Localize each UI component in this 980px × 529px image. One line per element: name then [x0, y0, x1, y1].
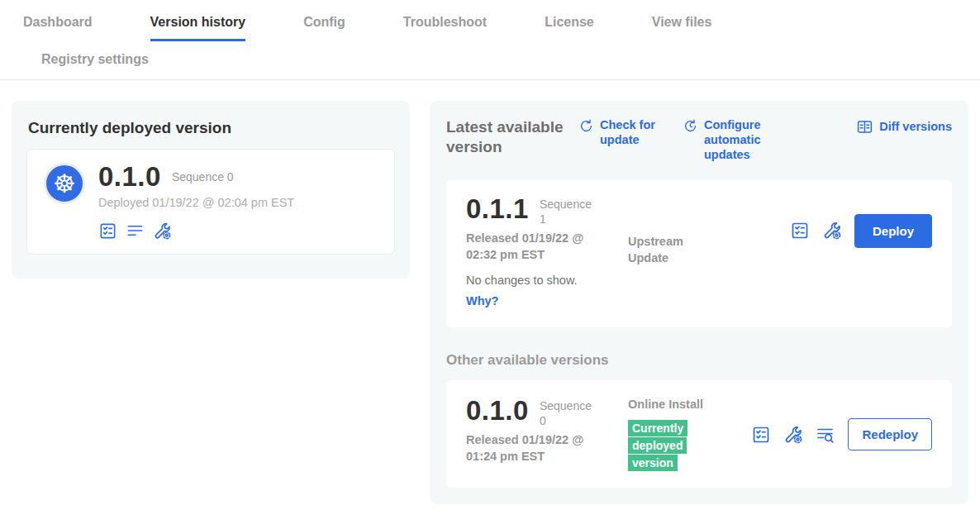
deployed-panel: Currently deployed version ☸ 0.1.0 Seque…: [12, 101, 410, 279]
deployed-version-card: ☸ 0.1.0 Sequence 0 Deployed 01/19/22 @ 0…: [26, 149, 395, 255]
available-panel-title: Latest available version: [446, 117, 572, 157]
config-icon[interactable]: [783, 425, 803, 445]
tab-version-history[interactable]: Version history: [150, 15, 246, 41]
latest-version-number: 0.1.1: [466, 195, 529, 224]
config-icon[interactable]: [153, 222, 172, 241]
latest-version-card: 0.1.1 Sequence 1 Released 01/19/22 @ 02:…: [446, 180, 952, 327]
currently-deployed-badge: Currently deployed version: [628, 420, 687, 472]
tab-view-files[interactable]: View files: [652, 15, 712, 41]
tab-troubleshoot[interactable]: Troubleshoot: [403, 15, 487, 41]
no-changes-text: No changes to show.: [466, 274, 932, 287]
deployed-card-body: 0.1.0 Sequence 0 Deployed 01/19/22 @ 02:…: [98, 163, 294, 241]
latest-card-actions: Deploy: [790, 214, 932, 248]
kubernetes-icon: ☸: [44, 163, 85, 204]
diff-versions-label: Diff versions: [879, 119, 952, 134]
check-for-update-label: Check for update: [600, 117, 661, 147]
deployed-timestamp: Deployed 01/19/22 @ 02:04 pm EST: [98, 196, 294, 209]
other-version-sequence: Sequence 0: [540, 399, 594, 428]
available-panel-header: Latest available version Check for updat…: [446, 117, 952, 162]
tab-registry-settings[interactable]: Registry settings: [41, 52, 980, 67]
latest-version-source: Upstream Update: [628, 195, 721, 266]
other-version-source-block: Online Install Currently deployed versio…: [628, 397, 721, 472]
deploy-button[interactable]: Deploy: [854, 214, 932, 248]
other-version-block: 0.1.0 Sequence 0 Released 01/19/22 @ 01:…: [466, 397, 628, 472]
view-files-icon[interactable]: [126, 222, 145, 241]
diff-versions-link[interactable]: Diff versions: [856, 117, 952, 136]
redeploy-button[interactable]: Redeploy: [848, 418, 932, 450]
available-panel: Latest available version Check for updat…: [430, 101, 968, 504]
auto-update-clock-icon: [683, 118, 698, 134]
diff-icon: [856, 118, 873, 136]
why-link[interactable]: Why?: [466, 294, 498, 307]
tab-license[interactable]: License: [545, 15, 594, 41]
deployed-version-number: 0.1.0: [98, 163, 161, 192]
release-notes-icon[interactable]: [98, 222, 117, 241]
other-version-card: 0.1.0 Sequence 0 Released 01/19/22 @ 01:…: [446, 380, 952, 488]
primary-tabs: Dashboard Version history Config Trouble…: [0, 0, 980, 41]
latest-version-block: 0.1.1 Sequence 1 Released 01/19/22 @ 02:…: [466, 195, 628, 266]
deployed-panel-title: Currently deployed version: [28, 119, 395, 137]
other-version-number: 0.1.0: [466, 397, 529, 426]
check-for-update-link[interactable]: Check for update: [578, 117, 661, 147]
currently-deployed-badge-label: Currently deployed version: [628, 420, 687, 471]
deployed-version-sequence: Sequence 0: [172, 170, 234, 183]
latest-released-timestamp: Released 01/19/22 @ 02:32 pm EST: [466, 231, 611, 263]
other-versions-heading: Other available versions: [446, 352, 952, 369]
configure-auto-updates-link[interactable]: Configure automatic updates: [683, 117, 810, 162]
release-notes-icon[interactable]: [751, 425, 771, 445]
tab-config[interactable]: Config: [303, 15, 345, 41]
config-icon[interactable]: [822, 221, 842, 241]
tab-dashboard[interactable]: Dashboard: [23, 15, 93, 41]
latest-version-sequence: Sequence 1: [540, 198, 594, 226]
configure-auto-updates-label: Configure automatic updates: [704, 117, 810, 162]
logs-icon[interactable]: [816, 425, 835, 445]
deployed-card-actions: [98, 222, 294, 241]
other-version-source: Online Install: [628, 397, 721, 413]
other-card-actions: Redeploy: [751, 418, 932, 450]
refresh-icon: [578, 118, 594, 134]
top-nav: Dashboard Version history Config Trouble…: [0, 0, 980, 80]
other-released-timestamp: Released 01/19/22 @ 01:24 pm EST: [466, 432, 611, 465]
secondary-tabs: Registry settings: [0, 41, 980, 79]
release-notes-icon[interactable]: [790, 221, 810, 241]
